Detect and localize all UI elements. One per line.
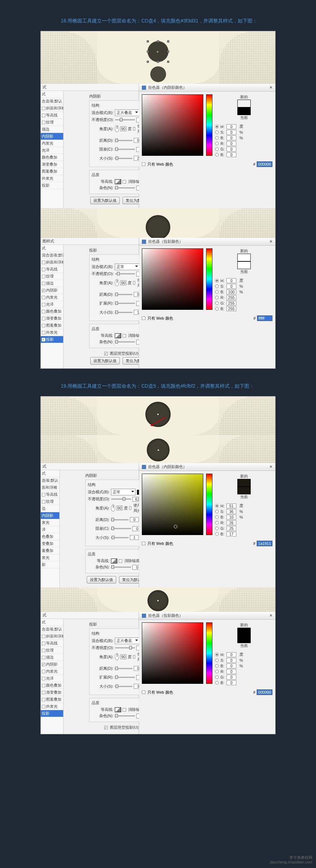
choke-slider[interactable] xyxy=(111,528,131,529)
noise-slider[interactable] xyxy=(115,715,135,716)
s-radio[interactable] xyxy=(215,659,219,662)
s-radio[interactable] xyxy=(215,285,219,288)
effect-item[interactable]: 等高线 xyxy=(41,491,59,498)
b-radio[interactable] xyxy=(215,515,219,519)
effect-item[interactable]: 图案叠加 xyxy=(41,168,63,175)
color-field[interactable] xyxy=(142,248,203,310)
g-radio[interactable] xyxy=(215,301,219,305)
g-radio[interactable] xyxy=(215,527,219,530)
effect-item[interactable]: 光泽 xyxy=(41,675,63,682)
effect-item[interactable]: 光泽 xyxy=(41,147,63,154)
set-default-button[interactable]: 设置为默认值 xyxy=(90,357,120,365)
effect-item[interactable]: 发光 xyxy=(41,519,59,526)
g-radio[interactable] xyxy=(215,675,219,679)
antialias-checkbox[interactable] xyxy=(119,559,122,563)
b-input[interactable]: 0 xyxy=(226,135,236,140)
r-input[interactable]: 0 xyxy=(226,141,236,146)
effect-item[interactable]: 影 xyxy=(41,561,59,568)
antialias-checkbox[interactable] xyxy=(123,334,126,338)
effect-item[interactable]: 面和浮雕 xyxy=(41,484,59,491)
size-input[interactable]: 1 xyxy=(130,535,139,540)
blend-dropdown[interactable]: 正常 xyxy=(115,263,139,270)
g-input[interactable]: 25 xyxy=(226,526,236,531)
effect-item[interactable]: 图案叠加 xyxy=(41,322,63,329)
webonly-checkbox[interactable] xyxy=(142,316,145,320)
effect-item[interactable]: 光泽 xyxy=(41,301,63,308)
effect-item[interactable]: 图案叠加 xyxy=(41,696,63,703)
effect-item[interactable]: 混合选项:默认 xyxy=(41,252,63,259)
s-radio[interactable] xyxy=(215,510,219,513)
effect-item[interactable]: 渐变叠加 xyxy=(41,315,63,322)
noise-slider[interactable] xyxy=(115,187,135,188)
antialias-checkbox[interactable] xyxy=(123,708,126,712)
global-light-checkbox[interactable] xyxy=(129,506,131,510)
contour-picker[interactable] xyxy=(115,179,121,184)
size-slider[interactable] xyxy=(115,312,132,313)
angle-input[interactable]: 90 xyxy=(120,280,126,285)
effect-item[interactable]: 合选项:默认 xyxy=(41,98,63,105)
noise-slider[interactable] xyxy=(111,567,131,568)
effect-item[interactable]: 颜色叠加 xyxy=(41,682,63,689)
global-light-checkbox[interactable] xyxy=(133,127,135,131)
effect-item[interactable]: 投影 xyxy=(41,182,63,189)
h-radio[interactable] xyxy=(215,504,219,508)
h-radio[interactable] xyxy=(215,653,219,656)
s-input[interactable]: 0 xyxy=(226,658,236,663)
effect-item[interactable]: 等高线 xyxy=(41,266,63,273)
distance-input[interactable]: 0 xyxy=(130,517,139,522)
size-slider[interactable] xyxy=(115,686,132,687)
knockout-checkbox[interactable] xyxy=(104,726,108,729)
noise-slider[interactable] xyxy=(115,341,135,342)
blend-dropdown[interactable]: 正片叠底 xyxy=(115,109,139,116)
b-input[interactable]: 100 xyxy=(226,289,236,294)
effect-item[interactable]: 内阴影 xyxy=(41,287,63,294)
b-radio[interactable] xyxy=(215,290,219,294)
webonly-checkbox[interactable] xyxy=(142,690,145,694)
effect-item[interactable]: 发光 xyxy=(41,554,59,561)
bv-input[interactable]: 255 xyxy=(226,306,236,311)
effect-item[interactable]: 等高线 xyxy=(41,112,63,119)
effect-item[interactable]: 渐变叠加 xyxy=(41,161,63,168)
color-field[interactable] xyxy=(142,94,203,156)
cd-disc-4-selected[interactable]: ✦ xyxy=(147,41,169,62)
g-input[interactable]: 255 xyxy=(226,301,236,306)
b-radio[interactable] xyxy=(215,136,219,140)
effect-item[interactable]: 描边 xyxy=(41,654,63,661)
close-icon[interactable]: ✕ xyxy=(269,85,272,90)
global-light-checkbox[interactable] xyxy=(133,655,135,659)
hue-slider[interactable] xyxy=(206,94,212,156)
r-radio[interactable] xyxy=(215,296,219,299)
distance-slider[interactable] xyxy=(115,668,132,669)
h-input[interactable]: 0 xyxy=(226,124,236,129)
bv-input[interactable]: 0 xyxy=(226,152,236,157)
b-input[interactable]: 10 xyxy=(226,515,236,520)
s-input[interactable]: 0 xyxy=(226,284,236,289)
angle-dial[interactable] xyxy=(111,505,115,512)
effect-item[interactable]: 描边 xyxy=(41,280,63,287)
effect-item[interactable]: 外发光 xyxy=(41,703,63,710)
color-field[interactable] xyxy=(142,622,203,684)
h-radio[interactable] xyxy=(215,125,219,128)
effect-item[interactable]: 式 xyxy=(41,91,63,98)
bv-input[interactable]: 0 xyxy=(226,680,236,685)
r-input[interactable]: 255 xyxy=(226,295,236,300)
angle-input[interactable]: 90 xyxy=(120,654,126,659)
effect-item[interactable]: 外发光 xyxy=(41,329,63,336)
global-light-checkbox[interactable] xyxy=(133,281,135,285)
bv-radio[interactable] xyxy=(215,532,219,536)
hex-input[interactable]: 000000 xyxy=(257,161,272,167)
blend-dropdown[interactable]: 正常 xyxy=(111,489,136,495)
r-radio[interactable] xyxy=(215,670,219,673)
angle-dial[interactable] xyxy=(115,279,119,286)
effect-item[interactable]: 内发光 xyxy=(41,140,63,147)
hex-input[interactable]: 1a1911 xyxy=(257,541,272,546)
bv-input[interactable]: 17 xyxy=(226,532,236,536)
effect-item[interactable]: 边 xyxy=(41,505,59,512)
effect-item[interactable]: 纹理 xyxy=(41,273,63,280)
effect-item-selected[interactable]: 内阴影 xyxy=(41,133,63,140)
b-input[interactable]: 0 xyxy=(226,663,236,668)
hue-slider[interactable] xyxy=(206,474,212,535)
color-field[interactable] xyxy=(142,474,203,535)
close-icon[interactable]: ✕ xyxy=(269,239,272,244)
opacity-slider[interactable] xyxy=(115,647,135,648)
